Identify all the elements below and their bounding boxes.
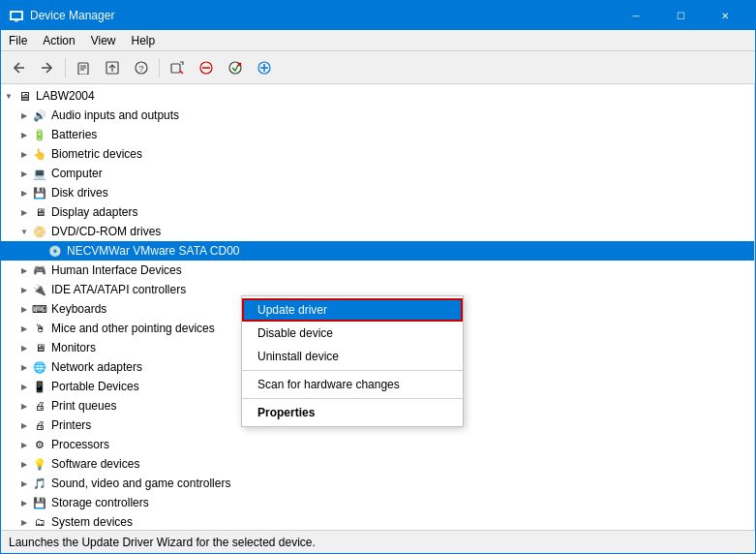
biometric-label: Biometric devices	[51, 147, 142, 161]
processors-expander[interactable]: ▶	[16, 437, 32, 452]
context-menu-update-driver[interactable]: Update driver	[242, 298, 463, 322]
network-label: Network adapters	[51, 360, 142, 374]
storage-expander[interactable]: ▶	[16, 495, 32, 510]
keyboards-expander[interactable]: ▶	[16, 301, 32, 317]
mice-expander[interactable]: ▶	[16, 321, 32, 336]
menu-view[interactable]: View	[83, 30, 124, 50]
root-icon	[16, 88, 32, 104]
tree-item-storage[interactable]: ▶ Storage controllers	[1, 493, 754, 512]
context-menu-sep-1	[242, 370, 463, 371]
storage-icon	[32, 495, 47, 510]
tree-item-cdrom[interactable]: NECVMWar VMware SATA CD00	[1, 241, 754, 261]
disk-icon	[32, 185, 47, 200]
system-expander[interactable]: ▶	[16, 514, 32, 530]
portable-icon	[32, 379, 47, 394]
hid-expander[interactable]: ▶	[16, 262, 32, 278]
tree-item-disk[interactable]: ▶ Disk drives	[1, 183, 754, 202]
dvd-expander[interactable]: ▼	[16, 224, 32, 239]
software-expander[interactable]: ▶	[16, 456, 32, 472]
context-menu-properties[interactable]: Properties	[242, 401, 463, 424]
cdrom-icon	[47, 243, 63, 259]
mice-label: Mice and other pointing devices	[51, 322, 215, 335]
root-expander[interactable]: ▼	[1, 88, 16, 104]
dvd-label: DVD/CD-ROM drives	[51, 225, 161, 238]
status-bar: Launches the Update Driver Wizard for th…	[1, 530, 755, 553]
ide-label: IDE ATA/ATAPI controllers	[51, 283, 186, 296]
scan-button[interactable]	[164, 54, 191, 81]
system-icon	[32, 514, 47, 530]
software-icon	[32, 456, 47, 472]
context-menu-scan[interactable]: Scan for hardware changes	[242, 373, 463, 396]
battery-icon	[32, 127, 47, 142]
display-icon	[32, 204, 47, 220]
maximize-button[interactable]: ☐	[658, 1, 703, 30]
tree-item-audio[interactable]: ▶ Audio inputs and outputs	[1, 106, 754, 125]
biometric-icon	[32, 146, 47, 162]
menu-action[interactable]: Action	[35, 30, 82, 50]
keyboard-icon	[32, 301, 47, 317]
tree-root[interactable]: ▼ LABW2004	[1, 86, 754, 106]
help-button[interactable]: ?	[128, 54, 155, 81]
sound-label: Sound, video and game controllers	[51, 477, 230, 490]
disk-label: Disk drives	[51, 186, 108, 200]
tree-item-biometric[interactable]: ▶ Biometric devices	[1, 144, 754, 164]
tree-item-dvd[interactable]: ▼ DVD/CD-ROM drives	[1, 222, 754, 241]
computer-icon	[32, 166, 47, 181]
tree-item-processors[interactable]: ▶ Processors	[1, 435, 754, 454]
software-label: Software devices	[51, 457, 139, 471]
close-button[interactable]: ✕	[703, 1, 747, 30]
menu-help[interactable]: Help	[124, 30, 164, 50]
tree-item-display[interactable]: ▶ Display adapters	[1, 202, 754, 222]
uninstall-button[interactable]	[222, 54, 249, 81]
storage-label: Storage controllers	[51, 496, 149, 509]
processors-label: Processors	[51, 438, 109, 451]
batteries-expander[interactable]: ▶	[16, 127, 32, 142]
tree-item-sound[interactable]: ▶ Sound, video and game controllers	[1, 474, 754, 493]
window-icon	[9, 8, 24, 23]
portable-label: Portable Devices	[51, 380, 139, 393]
network-icon	[32, 359, 47, 375]
toolbar-separator-1	[65, 58, 66, 77]
monitors-expander[interactable]: ▶	[16, 340, 32, 355]
minimize-button[interactable]: ─	[614, 1, 658, 30]
context-menu-sep-2	[242, 398, 463, 399]
biometric-expander[interactable]: ▶	[16, 146, 32, 162]
context-menu-disable-device[interactable]: Disable device	[242, 322, 463, 345]
disk-expander[interactable]: ▶	[16, 185, 32, 200]
tree-item-computer[interactable]: ▶ Computer	[1, 164, 754, 183]
ide-expander[interactable]: ▶	[16, 282, 32, 297]
portable-expander[interactable]: ▶	[16, 379, 32, 394]
computer-expander[interactable]: ▶	[16, 166, 32, 181]
audio-expander[interactable]: ▶	[16, 108, 32, 123]
toolbar-separator-2	[159, 58, 160, 77]
display-expander[interactable]: ▶	[16, 204, 32, 220]
forward-button[interactable]	[34, 54, 61, 81]
svg-rect-14	[171, 64, 180, 73]
add-hardware-button[interactable]	[251, 54, 278, 81]
tree-item-software[interactable]: ▶ Software devices	[1, 454, 754, 474]
context-menu-uninstall-device[interactable]: Uninstall device	[242, 345, 463, 368]
sound-expander[interactable]: ▶	[16, 476, 32, 491]
network-expander[interactable]: ▶	[16, 359, 32, 375]
svg-text:?: ?	[138, 64, 143, 74]
menu-file[interactable]: File	[1, 30, 35, 50]
title-bar: Device Manager ─ ☐ ✕	[1, 1, 755, 30]
svg-rect-3	[15, 20, 18, 22]
back-button[interactable]	[5, 54, 32, 81]
audio-label: Audio inputs and outputs	[51, 108, 179, 122]
disable-button[interactable]	[193, 54, 220, 81]
properties-button[interactable]	[70, 54, 97, 81]
root-label: LABW2004	[36, 89, 95, 103]
speaker-icon	[32, 108, 47, 123]
sound-icon	[32, 476, 47, 491]
dvd-icon	[32, 224, 47, 239]
tree-item-system[interactable]: ▶ System devices	[1, 512, 754, 530]
hid-icon	[32, 262, 47, 278]
update-driver-button[interactable]	[99, 54, 126, 81]
hid-label: Human Interface Devices	[51, 263, 182, 277]
tree-item-hid[interactable]: ▶ Human Interface Devices	[1, 261, 754, 280]
tree-item-batteries[interactable]: ▶ Batteries	[1, 125, 754, 144]
cdrom-label: NECVMWar VMware SATA CD00	[67, 244, 239, 258]
printers-expander[interactable]: ▶	[16, 417, 32, 433]
printqueues-expander[interactable]: ▶	[16, 398, 32, 414]
